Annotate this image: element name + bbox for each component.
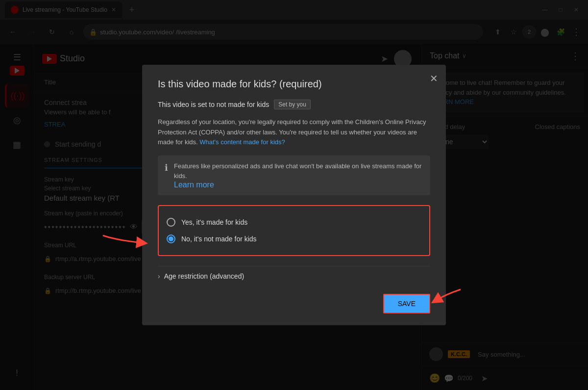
whats-content-link[interactable]: What's content made for kids? bbox=[199, 138, 285, 146]
radio-option-yes[interactable]: Yes, it's made for kids bbox=[167, 214, 421, 231]
modal-description: Regardless of your location, you're lega… bbox=[158, 117, 430, 148]
chevron-right-icon: › bbox=[158, 272, 160, 280]
info-box: ℹ Features like personalized ads and liv… bbox=[158, 156, 430, 195]
options-box: Yes, it's made for kids No, it's not mad… bbox=[158, 205, 430, 256]
modal-title: Is this video made for kids? (required) bbox=[158, 78, 430, 90]
radio-no-label: No, it's not made for kids bbox=[181, 235, 257, 243]
age-restriction-label: Age restriction (advanced) bbox=[164, 272, 244, 280]
kids-modal: Is this video made for kids? (required) … bbox=[142, 65, 446, 325]
status-row: This video is set to not made for kids S… bbox=[158, 100, 430, 109]
info-content: Features like personalized ads and live … bbox=[174, 161, 423, 189]
radio-no-button[interactable] bbox=[167, 234, 175, 243]
set-by-badge: Set by you bbox=[274, 100, 311, 109]
modal-close-button[interactable]: ✕ bbox=[430, 73, 438, 84]
learn-more-modal-link[interactable]: Learn more bbox=[174, 181, 423, 189]
status-label: This video is set to not made for kids bbox=[158, 101, 269, 108]
info-text: Features like personalized ads and live … bbox=[174, 162, 421, 180]
info-icon: ℹ bbox=[165, 162, 168, 189]
radio-dot bbox=[169, 236, 173, 241]
radio-yes-label: Yes, it's made for kids bbox=[181, 218, 247, 226]
age-restriction-row[interactable]: › Age restriction (advanced) bbox=[158, 266, 430, 286]
save-button[interactable]: SAVE bbox=[383, 294, 430, 313]
radio-yes-button[interactable] bbox=[167, 218, 175, 227]
radio-option-no[interactable]: No, it's not made for kids bbox=[167, 231, 421, 247]
modal-overlay: Is this video made for kids? (required) … bbox=[0, 0, 588, 390]
modal-footer: SAVE bbox=[158, 294, 430, 313]
